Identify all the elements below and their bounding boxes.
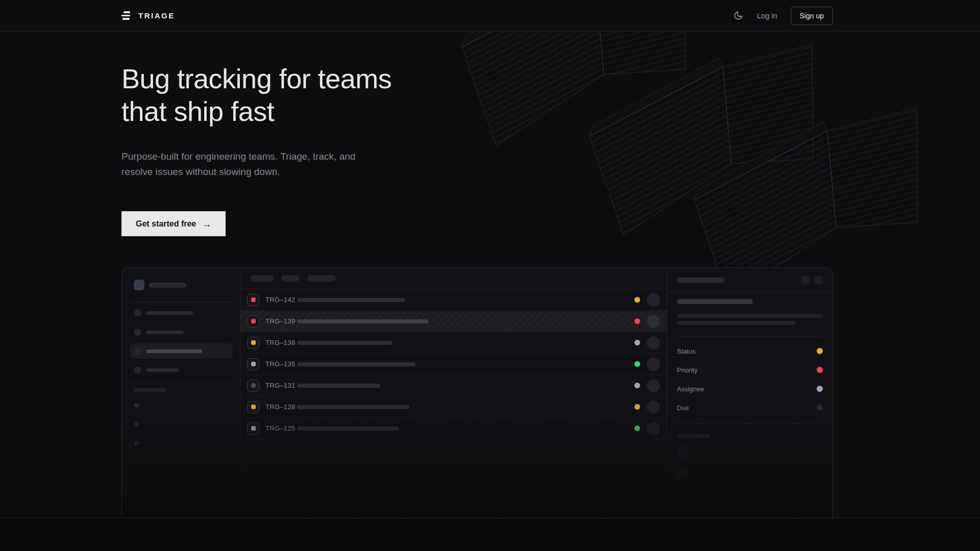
hero-subtitle: Purpose-built for engineering teams. Tri…	[121, 149, 361, 180]
issue-row: TRG–142	[240, 289, 667, 311]
detail-field-label: Assignee	[677, 385, 704, 393]
detail-divider	[677, 423, 823, 424]
issue-id: TRG–135	[265, 360, 297, 368]
issue-row: TRG–131	[240, 375, 667, 396]
detail-action-button-placeholder	[814, 276, 823, 285]
sidebar-section-skeleton	[134, 388, 166, 392]
get-started-label: Get started free	[136, 219, 196, 229]
issue-type-icon	[247, 315, 259, 328]
issue-title-skeleton	[297, 341, 392, 345]
issue-id: TRG–139	[265, 317, 297, 325]
detail-field-label: Due	[677, 404, 689, 412]
issue-status-dot	[634, 340, 640, 345]
get-started-button[interactable]: Get started free →	[121, 211, 226, 236]
comment-avatar-placeholder	[677, 467, 689, 478]
detail-field-label: Status	[677, 347, 696, 355]
issue-id: TRG–125	[265, 424, 297, 432]
issue-row: TRG–135	[240, 354, 667, 375]
sidebar-nav-item	[130, 362, 233, 378]
issue-title-skeleton	[297, 319, 429, 323]
login-link[interactable]: Log in	[757, 12, 777, 20]
detail-field-value-dot	[817, 367, 823, 373]
signup-button[interactable]: Sign up	[791, 7, 833, 25]
issue-type-dot	[251, 405, 256, 409]
issue-status-dot	[634, 361, 640, 367]
hero-title-line1: Bug tracking for teams	[121, 62, 391, 95]
nav-actions: Log in Sign up	[732, 7, 833, 25]
mockup-issue-list: TRG–142 TRG–139 TRG–138 TRG–135 TRG–131 …	[240, 268, 667, 518]
issue-title-skeleton	[297, 362, 415, 366]
nav-item-icon-placeholder	[134, 329, 141, 336]
brand-name: TRIAGE	[138, 11, 175, 20]
detail-field-row: Status	[677, 347, 823, 355]
detail-divider	[677, 336, 823, 337]
issue-type-icon	[247, 422, 259, 435]
issue-type-icon	[247, 380, 259, 392]
issue-title-skeleton	[297, 384, 380, 388]
issue-type-icon	[247, 401, 259, 413]
nav-item-icon-placeholder	[134, 367, 141, 373]
nav-item-icon-placeholder	[134, 348, 141, 355]
issue-status-dot	[634, 383, 640, 388]
mockup-detail-panel: Status Priority Assignee Due	[667, 268, 832, 518]
top-nav: TRIAGE Log in Sign up	[0, 0, 980, 32]
issue-assignee-avatar	[647, 379, 660, 392]
sidebar-dot-placeholder	[134, 422, 139, 427]
issue-id: TRG–131	[265, 382, 297, 389]
issue-type-icon	[247, 358, 259, 370]
issue-id: TRG–128	[265, 403, 297, 411]
brand[interactable]: TRIAGE	[121, 11, 175, 20]
issue-type-dot	[251, 426, 256, 431]
issue-type-icon	[247, 294, 259, 306]
nav-item-label-skeleton	[146, 349, 202, 353]
sidebar-nav-item	[130, 305, 233, 320]
issue-status-dot	[634, 425, 640, 431]
issue-assignee-avatar	[647, 336, 660, 349]
issue-assignee-avatar	[647, 315, 660, 328]
app-mockup-window: TRG–142 TRG–139 TRG–138 TRG–135 TRG–131 …	[121, 267, 833, 518]
nav-item-icon-placeholder	[134, 310, 141, 316]
issue-title-skeleton	[297, 298, 405, 302]
detail-field-row: Assignee	[677, 385, 823, 392]
issue-id: TRG–142	[265, 296, 297, 304]
sidebar-dot-placeholder	[134, 441, 139, 445]
filter-pill-skeleton	[250, 275, 274, 282]
issue-id: TRG–138	[265, 339, 297, 346]
detail-header-skeleton	[677, 278, 724, 283]
nav-item-label-skeleton	[146, 368, 179, 372]
detail-section-skeleton	[677, 434, 710, 438]
detail-field-label: Priority	[677, 366, 697, 374]
issue-type-dot	[251, 297, 256, 302]
arrow-right-icon: →	[202, 219, 211, 230]
sidebar-dot-placeholder	[134, 403, 139, 408]
issue-title-skeleton	[297, 405, 409, 409]
sidebar-nav-item-active	[130, 343, 233, 359]
comment-avatar-placeholder	[677, 446, 689, 458]
issue-row: TRG–139	[240, 311, 667, 332]
issue-row: TRG–125	[240, 418, 667, 439]
issue-type-icon	[247, 337, 259, 349]
workspace-avatar-placeholder	[134, 280, 144, 290]
issue-row: TRG–138	[240, 332, 667, 354]
triage-logo-icon	[121, 11, 132, 20]
issue-row: TRG–128	[240, 396, 667, 418]
moon-icon	[733, 11, 743, 20]
detail-body-skeleton	[677, 314, 823, 318]
issue-type-dot	[251, 319, 256, 323]
detail-field-row: Due	[677, 404, 823, 411]
detail-action-button-placeholder	[801, 276, 810, 285]
theme-toggle-button[interactable]	[732, 10, 744, 21]
issue-assignee-avatar	[647, 358, 660, 371]
filter-pill-skeleton	[281, 275, 299, 282]
detail-field-value-dot	[817, 348, 823, 354]
issue-title-skeleton	[297, 427, 399, 431]
filter-pill-skeleton	[307, 275, 336, 282]
nav-item-label-skeleton	[146, 331, 184, 334]
footer-band	[0, 518, 980, 551]
hero-title: Bug tracking for teams that ship fast	[121, 62, 391, 128]
sidebar-divider	[130, 383, 232, 383]
workspace-name-skeleton	[149, 283, 186, 288]
detail-title-skeleton	[677, 299, 753, 304]
sidebar-divider	[130, 302, 232, 303]
detail-divider	[667, 291, 832, 292]
